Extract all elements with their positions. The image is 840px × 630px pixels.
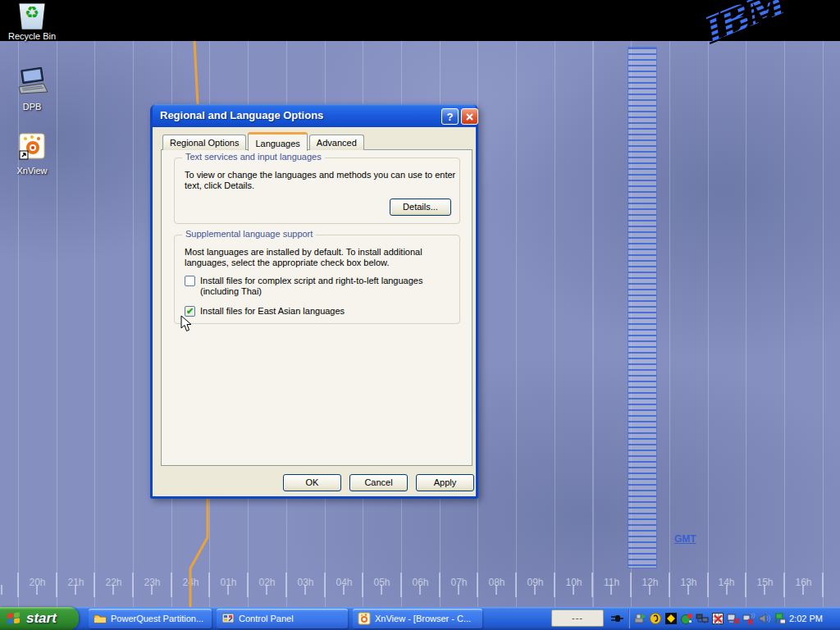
laptop-icon [14, 67, 50, 97]
tab-advanced[interactable]: Advanced [309, 135, 364, 150]
gmt-label: GMT [674, 533, 696, 545]
apply-button[interactable]: Apply [416, 474, 474, 491]
windows-flag-icon [7, 612, 21, 625]
close-icon [465, 112, 474, 121]
desktop-icon-label: XnView [2, 166, 62, 176]
taskbar-item-control-panel[interactable]: Control Panel [217, 609, 348, 628]
safely-remove-hardware-icon[interactable] [633, 612, 646, 625]
antivirus-ball-icon[interactable] [649, 612, 662, 625]
taskbar-item-label: XnView - [Browser - C... [375, 614, 471, 623]
battery-meter-deskband[interactable]: --- [551, 609, 604, 627]
volume-mixer-muted-icon[interactable] [711, 612, 724, 625]
desktop-icon-dpb[interactable]: DPB [2, 67, 62, 112]
cancel-button[interactable]: Cancel [349, 474, 408, 491]
wireless-disconnected-icon[interactable] [742, 612, 756, 625]
languages-tab-panel: Text services and input languages To vie… [161, 149, 472, 466]
speaker-icon[interactable] [758, 612, 771, 625]
desktop-icon-recycle-bin[interactable]: ♻ Recycle Bin [2, 3, 62, 41]
checkbox-row-east-asian: ✔ Install files for East Asian languages [185, 306, 461, 317]
lan-computers-icon[interactable] [696, 612, 709, 625]
desktop-icon-label: DPB [2, 102, 62, 112]
system-tray [633, 612, 789, 625]
complex-script-checkbox[interactable] [185, 276, 195, 286]
taskbar-item-label: Control Panel [239, 614, 294, 623]
recycle-bin-icon: ♻ [18, 3, 46, 30]
taskbar: start PowerQuest Partition... [0, 607, 840, 630]
wallpaper-top-band: IBM [0, 0, 840, 41]
dialog-title: Regional and Language Options [160, 104, 323, 127]
regional-language-options-dialog: Regional and Language Options ? Regional… [150, 104, 478, 499]
network-disconnected-icon[interactable] [727, 612, 740, 625]
timezone-ticks [0, 585, 840, 595]
groupbox-legend: Text services and input languages [182, 152, 325, 162]
start-button[interactable]: start [0, 607, 79, 630]
taskbar-clock[interactable]: 2:02 PM [789, 607, 823, 630]
taskbar-item-label: PowerQuest Partition... [111, 614, 203, 623]
ok-button[interactable]: OK [283, 474, 341, 491]
checkbox-label[interactable]: Install files for East Asian languages [200, 306, 461, 317]
diamond-utility-icon[interactable] [664, 612, 678, 625]
desktop-icon-label: Recycle Bin [2, 31, 62, 41]
tab-regional-options[interactable]: Regional Options [162, 135, 246, 150]
start-button-label: start [26, 610, 57, 627]
supplemental-description: Most languages are installed by default.… [185, 247, 457, 268]
taskbar-item-xnview[interactable]: XnView - [Browser - C... [353, 609, 482, 628]
desktop: GMT 20h 21h 22h 23h 24h 01h 02h 03h 04h … [0, 0, 840, 630]
ac-power-plug-icon [609, 611, 625, 629]
network-status-icon[interactable] [680, 612, 693, 625]
details-button[interactable]: Details... [390, 199, 451, 216]
groupbox-legend: Supplemental language support [182, 229, 316, 239]
xnview-icon [358, 612, 371, 625]
checkbox-label[interactable]: Install files for complex script and rig… [200, 276, 461, 297]
language-flag-icon[interactable] [774, 612, 787, 625]
supplemental-language-groupbox: Supplemental language support Most langu… [174, 235, 460, 324]
tab-languages[interactable]: Languages [248, 132, 307, 151]
desktop-icon-xnview[interactable]: XnView [2, 131, 62, 176]
folder-icon [94, 612, 107, 625]
control-panel-icon [221, 612, 235, 625]
help-button[interactable]: ? [441, 108, 459, 125]
text-services-groupbox: Text services and input languages To vie… [174, 158, 460, 224]
tray-separator [628, 609, 630, 628]
xnview-icon [17, 131, 47, 161]
close-button[interactable] [461, 108, 478, 125]
east-asian-checkbox[interactable]: ✔ [185, 306, 195, 317]
taskbar-item-powerquest[interactable]: PowerQuest Partition... [89, 609, 212, 628]
gmt-meridian-band [628, 48, 656, 568]
text-services-description: To view or change the languages and meth… [185, 170, 457, 191]
checkbox-row-complex-script: Install files for complex script and rig… [185, 276, 461, 297]
dialog-titlebar[interactable]: Regional and Language Options ? [153, 104, 476, 127]
dialog-tabstrip: Regional Options Languages Advanced [162, 132, 366, 150]
